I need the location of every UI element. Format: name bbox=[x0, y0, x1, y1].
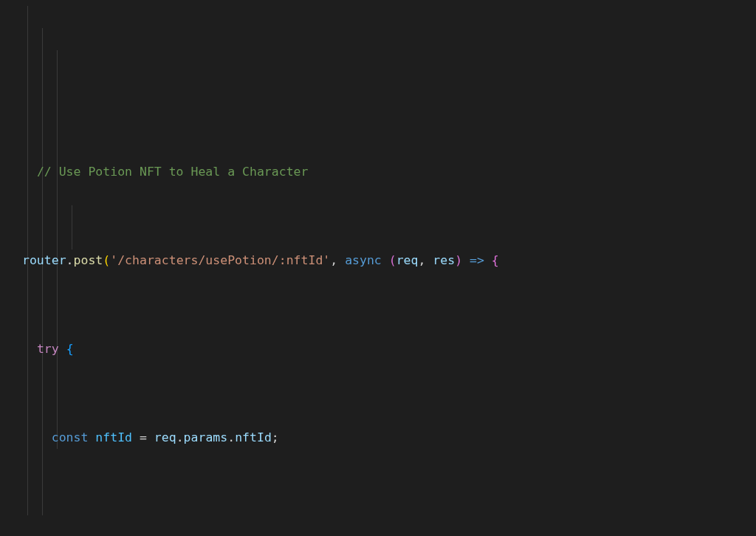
keyword: try bbox=[37, 342, 59, 356]
identifier: req bbox=[154, 430, 176, 444]
identifier: router bbox=[22, 253, 66, 267]
code-line: // Use Potion NFT to Heal a Character bbox=[22, 161, 756, 183]
code-editor[interactable]: // Use Potion NFT to Heal a Character ro… bbox=[0, 0, 756, 536]
keyword: const bbox=[52, 430, 89, 444]
indent-guide bbox=[72, 205, 72, 250]
code-line bbox=[22, 515, 756, 536]
code-line: try { bbox=[22, 338, 756, 360]
param: res bbox=[433, 253, 455, 267]
method: post bbox=[74, 253, 103, 267]
keyword: async bbox=[345, 253, 382, 267]
code-line: router.post('/characters/usePotion/:nftI… bbox=[22, 250, 756, 272]
string: '/characters/usePotion/:nftId' bbox=[110, 253, 330, 267]
variable: nftId bbox=[95, 430, 132, 444]
code-line: const nftId = req.params.nftId; bbox=[22, 427, 756, 449]
property: params bbox=[184, 430, 228, 444]
comment: // Use Potion NFT to Heal a Character bbox=[37, 165, 309, 179]
param: req bbox=[396, 253, 419, 267]
property: nftId bbox=[235, 430, 272, 444]
